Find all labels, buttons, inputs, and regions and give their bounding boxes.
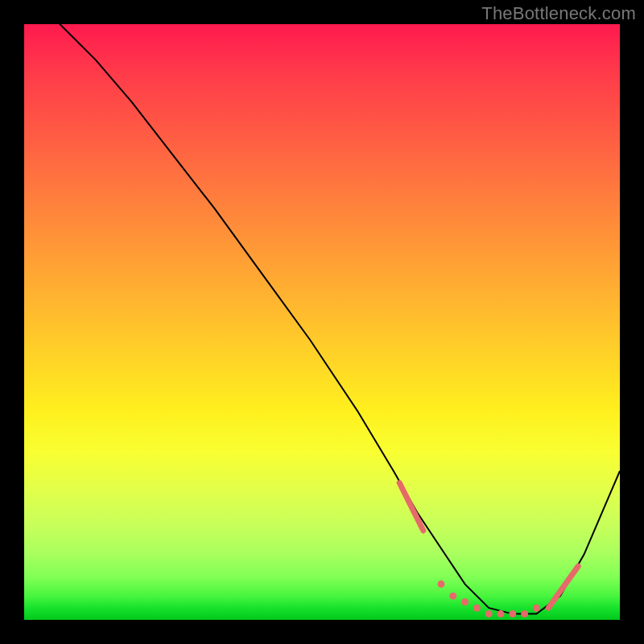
marker-dot <box>449 592 456 600</box>
chart-frame: TheBottleneck.com <box>0 0 644 644</box>
marker-segment <box>548 566 578 608</box>
marker-dot <box>509 610 516 617</box>
marker-dot <box>473 605 481 612</box>
marker-dot <box>485 610 493 617</box>
marker-dot <box>461 598 469 605</box>
marker-dot <box>497 610 505 617</box>
watermark-text: TheBottleneck.com <box>481 3 636 24</box>
chart-overlay <box>24 24 620 620</box>
plot-area <box>24 24 620 620</box>
marker-segment <box>399 483 423 530</box>
marker-dot <box>438 580 445 588</box>
marker-segments <box>399 483 578 608</box>
marker-dots <box>438 580 540 617</box>
marker-dot <box>521 610 528 617</box>
marker-dot <box>533 605 540 612</box>
bottleneck-curve <box>24 0 620 614</box>
